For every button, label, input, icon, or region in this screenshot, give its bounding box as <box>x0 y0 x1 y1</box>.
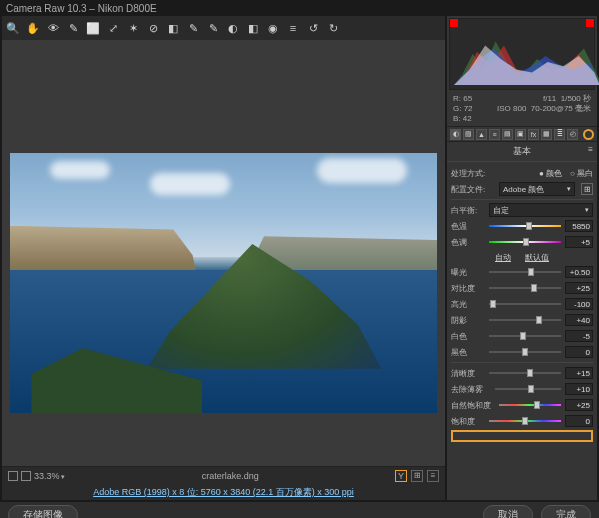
zoom-level[interactable]: 33.3% <box>34 471 65 481</box>
view-menu-icon[interactable]: ≡ <box>427 470 439 482</box>
color-sampler-tool-icon[interactable]: ✎ <box>66 21 80 35</box>
temp-slider[interactable] <box>489 221 561 231</box>
profile-select[interactable]: Adobe 颜色 <box>499 182 575 196</box>
canvas-area[interactable] <box>2 40 445 466</box>
redeye-tool-icon[interactable]: ✎ <box>186 21 200 35</box>
iso: ISO 800 <box>497 104 526 113</box>
wb-select[interactable]: 自定 <box>489 203 593 217</box>
preview-image <box>10 153 437 413</box>
left-pane: 🔍 ✋ 👁 ✎ ⬜ ⤢ ✶ ⊘ ◧ ✎ ✎ ◐ ◧ ◉ ≡ ↺ ↻ <box>0 16 447 502</box>
rgb-b: B: 42 <box>453 114 473 124</box>
shadows-value[interactable]: +40 <box>565 314 593 326</box>
exposure-slider[interactable] <box>489 267 561 277</box>
spot-removal-tool-icon[interactable]: ◧ <box>166 21 180 35</box>
wb-label: 白平衡: <box>451 205 485 216</box>
dehaze-value[interactable]: +10 <box>565 383 593 395</box>
grid-toggle-icon[interactable] <box>8 471 18 481</box>
preview-toggle-button[interactable]: Y <box>395 470 407 482</box>
whites-slider[interactable] <box>489 331 561 341</box>
blacks-label: 黑色 <box>451 347 485 358</box>
cancel-button[interactable]: 取消 <box>483 505 533 518</box>
aperture: f/11 <box>543 94 556 103</box>
contrast-value[interactable]: +25 <box>565 282 593 294</box>
tint-value[interactable]: +5 <box>565 236 593 248</box>
vibrance-label: 自然饱和度 <box>451 400 495 411</box>
tab-lens[interactable]: ▣ <box>515 129 526 140</box>
highlights-slider[interactable] <box>489 299 561 309</box>
tint-label: 色调 <box>451 237 485 248</box>
tab-curve[interactable]: ▧ <box>463 129 474 140</box>
eyedropper-tool-icon[interactable]: 👁 <box>46 21 60 35</box>
highlight-clip-warning-icon[interactable] <box>586 19 594 27</box>
profile-browse-icon[interactable]: ⊞ <box>581 183 593 195</box>
straighten-tool-icon[interactable]: ✶ <box>126 21 140 35</box>
preferences-tool-icon[interactable]: ◉ <box>266 21 280 35</box>
basic-panel: 处理方式: 颜色 黑白 配置文件: Adobe 颜色 ⊞ 白平衡: 自定 色温 … <box>447 162 597 500</box>
exposure-value[interactable]: +0.50 <box>565 266 593 278</box>
main-area: 🔍 ✋ 👁 ✎ ⬜ ⤢ ✶ ⊘ ◧ ✎ ✎ ◐ ◧ ◉ ≡ ↺ ↻ <box>0 16 599 502</box>
saturation-value[interactable]: 0 <box>565 415 593 427</box>
workflow-options-link[interactable]: Adobe RGB (1998) x 8 位: 5760 x 3840 (22.… <box>2 484 445 500</box>
exposure-label: 曝光 <box>451 267 485 278</box>
tab-fx[interactable]: fx <box>528 129 539 140</box>
panel-menu-icon[interactable]: ≡ <box>588 145 593 154</box>
rgb-g: G: 72 <box>453 104 473 114</box>
radial-filter-tool-icon[interactable]: ◧ <box>246 21 260 35</box>
clarity-value[interactable]: +15 <box>565 367 593 379</box>
vibrance-value[interactable]: +25 <box>565 399 593 411</box>
treatment-bw[interactable]: 黑白 <box>570 168 593 179</box>
shadows-label: 阴影 <box>451 315 485 326</box>
adjustment-brush-tool-icon[interactable]: ✎ <box>206 21 220 35</box>
crop-tool-icon[interactable]: ⤢ <box>106 21 120 35</box>
tab-snapshots[interactable]: ◴ <box>567 129 578 140</box>
save-image-button[interactable]: 存储图像 <box>8 505 78 518</box>
target-adjust-tool-icon[interactable]: ⬜ <box>86 21 100 35</box>
temp-value[interactable]: 5850 <box>565 220 593 232</box>
title-bar: Camera Raw 10.3 – Nikon D800E <box>0 0 599 16</box>
clarity-slider[interactable] <box>489 368 561 378</box>
lens: 70-200@75 毫米 <box>531 104 591 113</box>
done-button[interactable]: 完成 <box>541 505 591 518</box>
highlights-value[interactable]: -100 <box>565 298 593 310</box>
compare-view-icon[interactable]: ⊞ <box>411 470 423 482</box>
temp-label: 色温 <box>451 221 485 232</box>
dehaze-slider[interactable] <box>495 384 561 394</box>
status-bar: 33.3% craterlake.dng Y ⊞ ≡ <box>2 466 445 484</box>
rotate-ccw-icon[interactable]: ↺ <box>306 21 320 35</box>
blacks-slider[interactable] <box>489 347 561 357</box>
presets-tool-icon[interactable]: ≡ <box>286 21 300 35</box>
blacks-value[interactable]: 0 <box>565 346 593 358</box>
tab-calib[interactable]: ▦ <box>541 129 552 140</box>
panel-menu-button[interactable] <box>583 129 594 140</box>
tab-detail[interactable]: ▲ <box>476 129 487 140</box>
panel-title: 基本 ≡ <box>447 142 597 162</box>
tab-basic[interactable]: ◐ <box>450 129 461 140</box>
saturation-label: 饱和度 <box>451 416 485 427</box>
whites-value[interactable]: -5 <box>565 330 593 342</box>
vibrance-slider[interactable] <box>499 400 561 410</box>
rotate-cw-icon[interactable]: ↻ <box>326 21 340 35</box>
saturation-slider[interactable] <box>489 416 561 426</box>
shadow-clip-warning-icon[interactable] <box>450 19 458 27</box>
auto-link[interactable]: 自动 <box>495 252 511 263</box>
zoom-tool-icon[interactable]: 🔍 <box>6 21 20 35</box>
histogram[interactable] <box>449 18 595 90</box>
tab-hsl[interactable]: ≡ <box>489 129 500 140</box>
treatment-color[interactable]: 颜色 <box>539 168 562 179</box>
right-pane: R: 65 G: 72 B: 42 f/11 1/500 秒 ISO 800 7… <box>447 16 599 502</box>
fit-toggle-icon[interactable] <box>21 471 31 481</box>
tab-presets[interactable]: ≣ <box>554 129 565 140</box>
filename-label: craterlake.dng <box>71 471 389 481</box>
panel-tabs: ◐ ▧ ▲ ≡ ▤ ▣ fx ▦ ≣ ◴ <box>447 126 597 142</box>
treatment-radios[interactable]: 颜色 黑白 <box>539 168 593 179</box>
hand-tool-icon[interactable]: ✋ <box>26 21 40 35</box>
whites-label: 白色 <box>451 331 485 342</box>
default-link[interactable]: 默认值 <box>525 252 549 263</box>
contrast-slider[interactable] <box>489 283 561 293</box>
tab-split[interactable]: ▤ <box>502 129 513 140</box>
transform-tool-icon[interactable]: ⊘ <box>146 21 160 35</box>
shadows-slider[interactable] <box>489 315 561 325</box>
tint-slider[interactable] <box>489 237 561 247</box>
graduated-filter-tool-icon[interactable]: ◐ <box>226 21 240 35</box>
contrast-label: 对比度 <box>451 283 485 294</box>
